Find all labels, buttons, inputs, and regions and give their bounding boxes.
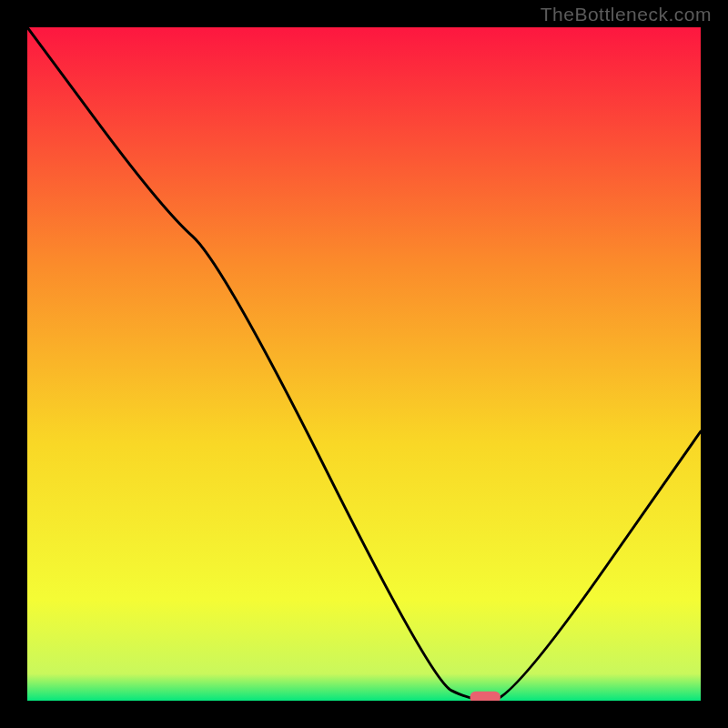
chart-container: TheBottleneck.com: [0, 0, 728, 728]
gradient-background: [27, 27, 701, 701]
chart-svg: [27, 27, 701, 701]
watermark-text: TheBottleneck.com: [541, 4, 712, 25]
optimal-marker: [470, 692, 500, 701]
plot-area: [27, 27, 701, 701]
